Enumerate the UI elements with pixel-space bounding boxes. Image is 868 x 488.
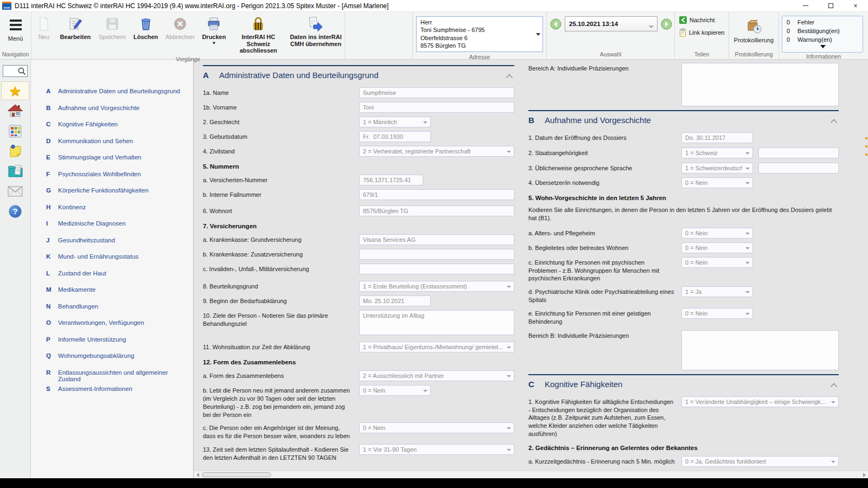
field-input[interactable]: [359, 264, 514, 274]
field-input[interactable]: 756.1371.1725.41: [359, 175, 423, 185]
horizontal-scrollbar[interactable]: [194, 471, 868, 478]
sidebar-item-s[interactable]: SAssessment-Informationen: [31, 386, 193, 402]
save-button[interactable]: Speichern: [94, 14, 130, 42]
nachricht-button[interactable]: Nachricht: [679, 16, 714, 24]
field-select[interactable]: 1 = Veränderte Unabhängigkeit – einige S…: [681, 396, 839, 407]
date-select[interactable]: 25.10.2021 13:14: [565, 16, 658, 31]
address-select[interactable]: Herr Toni Sumpfmeise - 6795 Oberfeldstra…: [416, 16, 543, 52]
field-select[interactable]: 2 = Ausschliesslich mit Partner: [359, 370, 514, 381]
sidebar-item-d[interactable]: DKommunikation und Sehen: [31, 138, 193, 155]
sidebar-item-a[interactable]: AAdministrative Daten und Beurteilungsgr…: [31, 88, 193, 105]
field-input[interactable]: 679/1: [359, 189, 514, 200]
sidebar-item-c[interactable]: CKognitive Fähigkeiten: [31, 121, 193, 138]
delete-button[interactable]: Löschen: [130, 14, 162, 42]
sidebar-item-o[interactable]: OVerantwortungen, Verfügungen: [31, 319, 193, 336]
field-select[interactable]: 0 = Nein: [359, 385, 431, 396]
section-header-c[interactable]: CKognitive Fähigkeiten: [528, 374, 839, 389]
field-input[interactable]: Visana Services AG: [359, 234, 514, 245]
field-input[interactable]: [758, 163, 839, 174]
field-input[interactable]: Mo. 25.10.2021: [359, 296, 431, 306]
field-select[interactable]: 1 = Schweizerdeutsch: [681, 163, 753, 174]
next-assessment-button[interactable]: [661, 18, 672, 30]
ribbon-group-adresse: Herr Toni Sumpfmeise - 6795 Oberfeldstra…: [412, 12, 547, 59]
section-nav-panel: AAdministrative Daten und Beurteilungsgr…: [31, 60, 194, 478]
sidebar-tab-planner[interactable]: [1, 121, 29, 140]
print-button[interactable]: Drucken ▼: [198, 14, 229, 47]
sidebar-item-k[interactable]: KMund- und Ernährungsstatus: [31, 253, 193, 270]
sidebar-item-i[interactable]: IMedizinische Diagnosen: [31, 220, 193, 237]
field-select[interactable]: 0 = Nein: [681, 257, 753, 268]
field-textarea[interactable]: [681, 330, 839, 370]
field-select[interactable]: 1 = Vor 31-90 Tagen: [359, 444, 514, 455]
collapse-chevron-icon[interactable]: [830, 119, 838, 124]
field-input[interactable]: [359, 249, 514, 260]
sidebar-tab-favorites[interactable]: ★: [1, 81, 29, 100]
close-button[interactable]: ×: [843, 0, 868, 12]
field-select[interactable]: 1 = Privathaus/ Eigentums-/Mietwohnung/ …: [359, 342, 514, 352]
sidebar-tab-help[interactable]: ?: [1, 202, 29, 221]
sidebar-item-r[interactable]: REntlassungsaussichten und allgemeiner Z…: [31, 369, 193, 386]
sidebar-item-b[interactable]: BAufnahme und Vorgeschichte: [31, 105, 193, 121]
field-select[interactable]: 0 = Nein: [359, 422, 514, 433]
field-label: 2. Geschlecht: [203, 117, 359, 126]
sidebar-item-g[interactable]: GKörperliche Funktionsfähigkeiten: [31, 187, 193, 204]
sidebar-item-n[interactable]: NBehandlungen: [31, 303, 193, 320]
cancel-button[interactable]: Abbrechen: [162, 14, 199, 42]
sidebar-item-q[interactable]: QWohnumgebungsabklärung: [31, 352, 193, 369]
scrollbar-thumb[interactable]: [202, 472, 271, 477]
nav-item-label: Assessment-Informationen: [58, 386, 132, 392]
field-select[interactable]: 1 = Männlich: [359, 117, 431, 127]
sidebar-item-p[interactable]: PInformelle Unterstützung: [31, 336, 193, 353]
menu-button[interactable]: Menü: [0, 14, 31, 43]
protokollierung-button[interactable]: Protokollierung: [732, 16, 776, 45]
cmh-uebernehmen-button[interactable]: Daten ins interRAI CMH übernehmen: [287, 14, 344, 48]
field-select[interactable]: 0 = Nein: [681, 308, 753, 319]
previous-assessment-button[interactable]: [550, 18, 561, 30]
sidebar-item-m[interactable]: MMedikamente: [31, 286, 193, 303]
sidebar-tab-home[interactable]: [1, 101, 29, 120]
field-select[interactable]: 0 = Nein: [681, 242, 753, 253]
field-select[interactable]: 1 = Schweiz: [681, 147, 753, 158]
form-field-row: a. Kurzzeitgedächtnis - Erinnerung nach …: [528, 456, 839, 467]
field-input[interactable]: Fr. 07.03.1930: [359, 131, 431, 142]
print-dropdown-icon[interactable]: ▼: [212, 41, 216, 46]
search-input[interactable]: [3, 65, 28, 77]
new-button[interactable]: Neu: [31, 14, 56, 42]
sidebar-tab-notes[interactable]: [1, 142, 29, 160]
field-input[interactable]: Sumpfmeise: [359, 87, 514, 98]
section-header-a[interactable]: AAdministrative Daten und Beurteilungsgr…: [203, 65, 514, 80]
sidebar-item-e[interactable]: EStimmungslage und Verhalten: [31, 154, 193, 171]
sidebar-tab-mail[interactable]: [1, 182, 29, 201]
field-input[interactable]: [758, 147, 839, 158]
field-input[interactable]: Toni: [359, 102, 514, 113]
validation-info-panel[interactable]: 0 Fehler 0 Bestätigung(en) 0 Warnung(en): [782, 16, 863, 53]
field-textarea[interactable]: [681, 63, 839, 106]
field-select[interactable]: 2 = Verheiratet, registrierte Partnersch…: [359, 146, 514, 157]
abschliessen-button[interactable]: InterRAI HC Schweiz abschliessen: [229, 14, 287, 55]
favorites-star-icon: ★: [9, 84, 21, 98]
sidebar-tab-documents[interactable]: [1, 162, 29, 181]
minimize-button[interactable]: [793, 0, 818, 12]
collapse-chevron-icon[interactable]: [506, 74, 513, 79]
field-select[interactable]: 0 = Nein: [681, 177, 753, 188]
sidebar-item-f[interactable]: FPsychosoziales Wohlbefinden: [31, 171, 193, 188]
link-kopieren-button[interactable]: Link kopieren: [679, 28, 724, 37]
sidebar-item-j[interactable]: JGesundheitszustand: [31, 237, 193, 254]
section-header-b[interactable]: BAufnahme und Vorgeschichte: [528, 110, 839, 125]
scroll-left-icon[interactable]: [196, 473, 199, 477]
field-textarea[interactable]: Unterstützung im Alltag: [359, 310, 514, 335]
field-label: c. Invaliden-, Unfall-, Militärversicher…: [203, 264, 359, 273]
field-input[interactable]: 8575/Bürglen TG: [359, 206, 514, 216]
field-input[interactable]: Do. 30.11.2017: [681, 132, 753, 143]
nav-item-label: Entlassungsaussichten und allgemeiner Zu…: [58, 369, 190, 382]
field-select[interactable]: 1 = Erste Beurteilung (Erstassessment): [359, 281, 514, 292]
maximize-button[interactable]: [818, 0, 843, 12]
edit-button[interactable]: Bearbeiten: [56, 14, 94, 42]
collapse-chevron-icon[interactable]: [830, 383, 838, 388]
field-select[interactable]: 0 = Nein: [681, 228, 753, 239]
field-select[interactable]: 0 = Ja, Gedächtnis funktioniert: [681, 456, 839, 467]
sidebar-item-h[interactable]: HKontinenz: [31, 204, 193, 221]
sidebar-item-l[interactable]: LZustand der Haut: [31, 270, 193, 287]
scroll-right-icon[interactable]: [863, 473, 866, 477]
field-select[interactable]: 1 = Ja: [681, 286, 753, 297]
